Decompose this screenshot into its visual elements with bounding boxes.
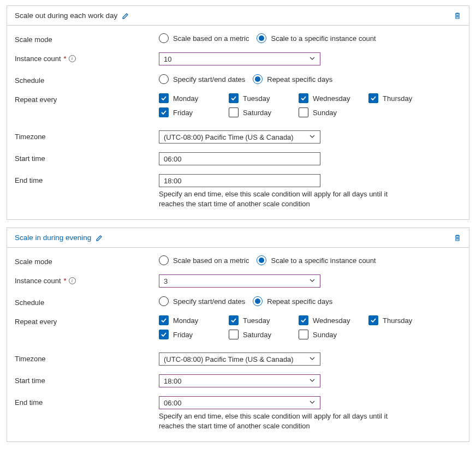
timezone-label: Timezone <box>15 353 159 363</box>
instance-count-input[interactable] <box>159 52 320 65</box>
timezone-select[interactable]: (UTC-08:00) Pacific Time (US & Canada) <box>159 130 320 144</box>
day-checkbox-tue[interactable]: Tuesday <box>229 315 299 325</box>
end-time-input[interactable] <box>159 174 320 187</box>
day-checkbox-wed[interactable]: Wednesday <box>299 315 368 325</box>
panel-title: Scale out during each work day <box>15 11 117 20</box>
chevron-down-icon <box>309 277 316 285</box>
end-time-label: End time <box>15 396 159 407</box>
day-checkbox-fri[interactable]: Friday <box>159 330 229 339</box>
instance-count-label: Instance count* i <box>15 274 159 285</box>
instance-count-label: Instance count* i <box>15 52 159 63</box>
radio-label: Scale based on a metric <box>173 256 249 265</box>
end-time-label: End time <box>15 174 159 184</box>
day-checkbox-thu[interactable]: Thursday <box>368 93 438 103</box>
chevron-down-icon <box>309 133 316 141</box>
schedule-label: Schedule <box>15 296 159 307</box>
day-checkbox-sun[interactable]: Sunday <box>299 330 368 339</box>
end-time-help: Specify an end time, else this scale con… <box>159 411 410 431</box>
repeat-every-label: Repeat every <box>15 315 159 326</box>
days-checkboxes: Monday Tuesday Wednesday Thursday Friday… <box>159 315 461 344</box>
scale-mode-radio-group: Scale based on a metric Scale to a speci… <box>159 255 461 265</box>
repeat-every-label: Repeat every <box>15 93 159 104</box>
day-checkbox-mon[interactable]: Monday <box>159 93 229 103</box>
chevron-down-icon <box>309 55 316 63</box>
schedule-label: Schedule <box>15 74 159 85</box>
schedule-dates-radio[interactable]: Specify start/end dates <box>159 296 245 306</box>
scale-condition-panel: Scale out during each work day Scale mod… <box>7 5 469 220</box>
day-checkbox-mon[interactable]: Monday <box>159 315 229 325</box>
day-checkbox-sun[interactable]: Sunday <box>299 107 368 117</box>
radio-label: Scale to a specific instance count <box>271 34 376 43</box>
timezone-label: Timezone <box>15 130 159 141</box>
delete-icon[interactable] <box>454 12 461 20</box>
day-checkbox-thu[interactable]: Thursday <box>368 315 438 325</box>
scale-mode-label: Scale mode <box>15 33 159 44</box>
edit-icon[interactable] <box>122 12 129 20</box>
start-time-label: Start time <box>15 152 159 163</box>
days-checkboxes: Monday Tuesday Wednesday Thursday Friday… <box>159 93 461 122</box>
info-icon[interactable]: i <box>69 277 76 284</box>
start-time-input[interactable] <box>159 374 320 387</box>
scale-mode-specific-radio[interactable]: Scale to a specific instance count <box>257 255 376 265</box>
delete-icon[interactable] <box>454 234 461 242</box>
instance-count-input[interactable] <box>159 274 320 288</box>
start-time-label: Start time <box>15 374 159 385</box>
info-icon[interactable]: i <box>69 55 76 62</box>
start-time-input[interactable] <box>159 152 320 165</box>
panel-title: Scale in during evening <box>15 234 91 242</box>
schedule-repeat-radio[interactable]: Repeat specific days <box>253 74 332 84</box>
chevron-down-icon <box>309 355 316 363</box>
scale-mode-radio-group: Scale based on a metric Scale to a speci… <box>159 33 461 43</box>
schedule-dates-radio[interactable]: Specify start/end dates <box>159 74 245 84</box>
chevron-down-icon <box>309 377 316 385</box>
end-time-help: Specify an end time, else this scale con… <box>159 189 410 208</box>
schedule-repeat-radio[interactable]: Repeat specific days <box>253 296 332 306</box>
panel-header: Scale out during each work day <box>7 6 469 26</box>
day-checkbox-fri[interactable]: Friday <box>159 107 229 117</box>
radio-label: Specify start/end dates <box>173 297 245 306</box>
scale-condition-panel: Scale in during evening Scale mode Scale… <box>7 228 469 442</box>
day-checkbox-tue[interactable]: Tuesday <box>229 93 299 103</box>
panel-body: Scale mode Scale based on a metric Scale… <box>7 248 469 441</box>
day-checkbox-sat[interactable]: Saturday <box>229 107 299 117</box>
edit-icon[interactable] <box>96 234 103 242</box>
scale-mode-metric-radio[interactable]: Scale based on a metric <box>159 255 249 265</box>
scale-mode-label: Scale mode <box>15 255 159 266</box>
timezone-select[interactable]: (UTC-08:00) Pacific Time (US & Canada) <box>159 353 320 366</box>
chevron-down-icon <box>309 399 316 407</box>
radio-label: Specify start/end dates <box>173 75 245 83</box>
end-time-input[interactable] <box>159 396 320 409</box>
panel-body: Scale mode Scale based on a metric Scale… <box>7 26 469 219</box>
schedule-radio-group: Specify start/end dates Repeat specific … <box>159 74 461 84</box>
schedule-radio-group: Specify start/end dates Repeat specific … <box>159 296 461 306</box>
radio-label: Scale to a specific instance count <box>271 256 376 265</box>
radio-label: Repeat specific days <box>267 75 332 83</box>
scale-mode-specific-radio[interactable]: Scale to a specific instance count <box>257 33 376 43</box>
day-checkbox-sat[interactable]: Saturday <box>229 330 299 339</box>
scale-mode-metric-radio[interactable]: Scale based on a metric <box>159 33 249 43</box>
radio-label: Repeat specific days <box>267 297 332 306</box>
day-checkbox-wed[interactable]: Wednesday <box>299 93 368 103</box>
panel-header: Scale in during evening <box>7 228 469 248</box>
radio-label: Scale based on a metric <box>173 34 249 43</box>
